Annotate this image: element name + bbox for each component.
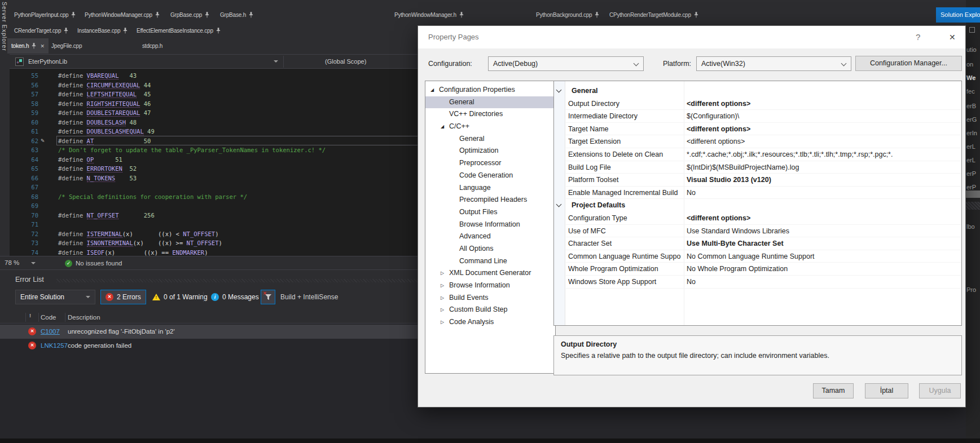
build-intellisense-dropdown[interactable]: Build + IntelliSense	[280, 290, 338, 304]
property-row[interactable]: Common Language Runtime SupportNo Common…	[566, 250, 962, 263]
pin-icon[interactable]	[249, 12, 253, 18]
platform-dropdown[interactable]: Active(Win32)	[696, 56, 851, 71]
pin-icon[interactable]	[71, 12, 76, 18]
property-row[interactable]: Output Directory<different options>	[566, 98, 962, 110]
property-value[interactable]: Visual Studio 2013 (v120)	[687, 174, 771, 187]
property-group-header[interactable]: General	[566, 85, 962, 98]
filter-button[interactable]: ✕	[261, 290, 275, 304]
tree-item-optimization[interactable]: Optimization	[425, 145, 555, 157]
configuration-manager-button[interactable]: Configuration Manager...	[855, 56, 962, 71]
property-value[interactable]: <different options>	[687, 123, 750, 136]
pin-icon[interactable]	[694, 12, 698, 18]
property-value[interactable]: No	[687, 276, 696, 289]
document-tab-CRenderTarget.cpp[interactable]: CRenderTarget.cpp	[10, 23, 72, 38]
dialog-title-bar[interactable]: Property Pages ? ✕	[418, 26, 965, 48]
property-value[interactable]: $(IntDir)$(MSBuildProjectName).log	[687, 161, 799, 174]
messages-filter-button[interactable]: i 0 Messages	[206, 290, 263, 304]
apply-button[interactable]: Uygula	[919, 383, 961, 398]
pin-icon[interactable]	[32, 43, 36, 49]
tree-item-preprocessor[interactable]: Preprocessor	[425, 157, 555, 170]
property-value[interactable]: Use Standard Windows Libraries	[687, 225, 789, 238]
errors-filter-button[interactable]: ✕ 2 Errors	[100, 290, 146, 304]
pin-icon[interactable]	[595, 12, 599, 18]
document-tab-EffectElementBaseInstance.cpp[interactable]: EffectElementBaseInstance.cpp	[133, 23, 225, 38]
property-row[interactable]: Use of MFCUse Standard Windows Libraries	[566, 225, 962, 238]
pin-icon[interactable]	[123, 28, 128, 34]
document-tab-GrpBase.h[interactable]: GrpBase.h	[216, 7, 257, 23]
error-code-link[interactable]: C1007	[41, 325, 60, 339]
property-row[interactable]: Target Extension<different options>	[566, 135, 962, 148]
tree-item-c-c-[interactable]: ◢C/C++	[425, 121, 555, 133]
tree-item-code-generation[interactable]: Code Generation	[425, 170, 555, 182]
ok-button[interactable]: Tamam	[813, 383, 854, 398]
property-row[interactable]: Enable Managed Incremental BuildNo	[566, 187, 962, 200]
property-value[interactable]: <different options>	[687, 98, 750, 110]
property-row[interactable]: Windows Store App SupportNo	[566, 276, 962, 289]
property-row[interactable]: Character SetUse Multi-Byte Character Se…	[566, 237, 962, 250]
tree-item-general[interactable]: General	[425, 133, 555, 145]
property-group-header[interactable]: Project Defaults	[566, 199, 962, 212]
cancel-button[interactable]: İptal	[865, 383, 908, 398]
expanded-triangle-icon[interactable]: ◢	[441, 121, 444, 133]
tree-item-general[interactable]: General	[425, 96, 555, 109]
property-row[interactable]: Configuration Type<different options>	[566, 212, 962, 225]
tree-item-output-files[interactable]: Output Files	[425, 206, 555, 219]
project-scope-dropdown[interactable]: EterPythonLib	[28, 55, 67, 69]
document-tab-InstanceBase.cpp[interactable]: InstanceBase.cpp	[73, 23, 131, 38]
tree-item-browse-information[interactable]: ▷Browse Information	[425, 280, 555, 292]
close-icon[interactable]: ✕	[949, 26, 956, 48]
collapsed-triangle-icon[interactable]: ▷	[441, 292, 444, 304]
tree-item-language[interactable]: Language	[425, 182, 555, 194]
document-tab-PythonWindowManager.h[interactable]: PythonWindowManager.h	[390, 7, 468, 23]
pin-icon[interactable]	[216, 28, 221, 34]
error-scope-dropdown[interactable]: Entire Solution	[15, 290, 95, 304]
document-tab-PythonBackground.cpp[interactable]: PythonBackground.cpp	[532, 7, 603, 23]
property-row[interactable]: Intermediate Directory$(Configuration)\	[566, 110, 962, 123]
property-value[interactable]: <different options>	[687, 135, 745, 148]
pin-icon[interactable]	[155, 12, 160, 18]
tree-item-code-analysis[interactable]: ▷Code Analysis	[425, 316, 555, 329]
tree-item-build-events[interactable]: ▷Build Events	[425, 292, 555, 304]
expanded-triangle-icon[interactable]: ◢	[430, 84, 434, 96]
pin-icon[interactable]	[64, 28, 68, 34]
tree-item-custom-build-step[interactable]: ▷Custom Build Step	[425, 304, 555, 316]
property-value[interactable]: *.cdf;*.cache;*.obj;*.ilk;*.resources;*.…	[687, 148, 893, 161]
property-row[interactable]: Target Name<different options>	[566, 123, 962, 136]
document-tab-PythonWindowManager.cpp[interactable]: PythonWindowManager.cpp	[81, 7, 164, 23]
document-tab-JpegFile.cpp[interactable]: JpegFile.cpp	[47, 38, 86, 54]
tree-item-browse-information[interactable]: Browse Information	[425, 219, 555, 231]
document-tab-stdcpp.h[interactable]: stdcpp.h	[138, 38, 166, 54]
tree-item-advanced[interactable]: Advanced	[425, 231, 555, 243]
description-column-header[interactable]: Description	[68, 311, 100, 324]
code-column-header[interactable]: Code	[41, 311, 56, 324]
property-row[interactable]: Platform ToolsetVisual Studio 2013 (v120…	[566, 174, 962, 187]
warnings-filter-button[interactable]: ! 0 of 1 Warning	[148, 290, 212, 304]
document-tab-GrpBase.cpp[interactable]: GrpBase.cpp	[166, 7, 213, 23]
pin-icon[interactable]	[205, 12, 209, 18]
property-row[interactable]: Build Log File$(IntDir)$(MSBuildProjectN…	[566, 161, 962, 174]
document-tab-PythonPlayerInput.cpp[interactable]: PythonPlayerInput.cpp	[10, 7, 80, 23]
close-icon[interactable]: ✕	[40, 43, 44, 49]
zoom-level-dropdown[interactable]: 78 %	[5, 256, 19, 269]
property-row[interactable]: Whole Program OptimizationNo Whole Progr…	[566, 263, 962, 276]
property-value[interactable]: <different options>	[687, 212, 750, 225]
property-value[interactable]: $(Configuration)\	[687, 110, 739, 123]
collapsed-triangle-icon[interactable]: ▷	[441, 304, 444, 316]
property-value[interactable]: No	[687, 187, 696, 200]
scroll-thumb[interactable]	[966, 191, 980, 198]
configuration-dropdown[interactable]: Active(Debug)	[488, 56, 644, 71]
property-value[interactable]: No Whole Program Optimization	[687, 263, 788, 276]
error-code-link[interactable]: LNK1257	[41, 339, 68, 353]
document-tab-token.h[interactable]: token.h✕	[7, 38, 49, 54]
property-value[interactable]: Use Multi-Byte Character Set	[687, 237, 784, 250]
tree-item-precompiled-headers[interactable]: Precompiled Headers	[425, 194, 555, 206]
pin-icon[interactable]	[459, 12, 464, 18]
collapsed-triangle-icon[interactable]: ▷	[441, 316, 444, 329]
property-row[interactable]: Extensions to Delete on Clean*.cdf;*.cac…	[566, 148, 962, 161]
code-health-indicator[interactable]: ✓ No issues found	[65, 256, 122, 270]
property-value[interactable]: No Common Language Runtime Support	[687, 250, 815, 263]
global-scope-dropdown[interactable]: (Global Scope)	[325, 55, 366, 69]
tree-item-vc-directories[interactable]: VC++ Directories	[425, 108, 555, 121]
tree-item-configuration-properties[interactable]: ◢Configuration Properties	[425, 84, 555, 96]
help-icon[interactable]: ?	[916, 26, 920, 48]
